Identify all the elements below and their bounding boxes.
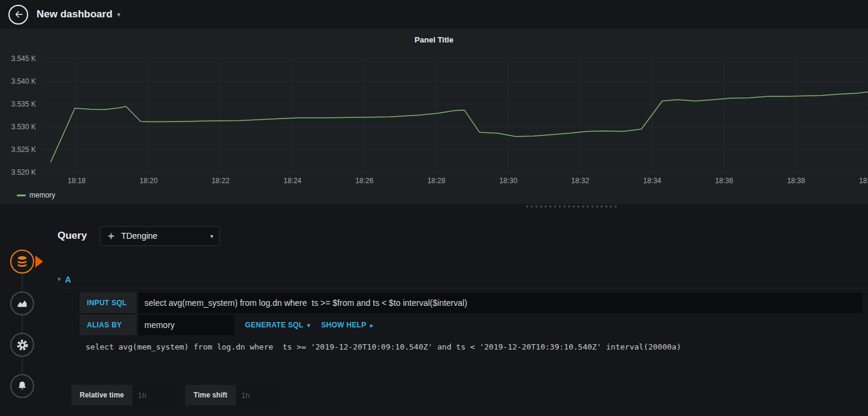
svg-text:3.535 K: 3.535 K: [11, 100, 36, 108]
time-options-row: Relative time Time shift: [71, 385, 289, 405]
svg-text:18:34: 18:34: [643, 177, 661, 185]
alias-by-label: ALIAS BY: [80, 315, 137, 335]
chart-legend: memory: [17, 191, 55, 199]
svg-text:3.525 K: 3.525 K: [11, 145, 36, 154]
query-header: Query TDengine ▾: [58, 226, 220, 246]
time-shift-group: Time shift: [185, 385, 282, 405]
timeseries-chart[interactable]: 3.520 K3.525 K3.530 K3.535 K3.540 K3.545…: [0, 53, 868, 190]
tab-general[interactable]: [10, 333, 34, 357]
chart-area: 3.520 K3.525 K3.530 K3.535 K3.540 K3.545…: [0, 53, 868, 190]
chart-icon: [16, 297, 28, 309]
svg-text:18:40: 18:40: [859, 177, 868, 185]
datasource-caret-icon: ▾: [210, 233, 213, 239]
sidebar-connector-line: [22, 262, 23, 386]
time-shift-input[interactable]: [236, 385, 283, 405]
query-ref-id: A: [65, 275, 71, 284]
relative-time-group: Relative time: [71, 385, 179, 405]
svg-text:18:20: 18:20: [140, 177, 158, 185]
panel-title[interactable]: Panel Title: [0, 35, 868, 44]
svg-text:18:28: 18:28: [427, 177, 445, 185]
collapse-caret-icon[interactable]: ▾: [58, 275, 61, 283]
dashboard-title-caret-icon[interactable]: ▾: [117, 11, 121, 19]
query-section-heading: Query: [58, 230, 87, 242]
svg-text:18:26: 18:26: [355, 177, 373, 185]
svg-text:3.530 K: 3.530 K: [11, 123, 36, 131]
generate-sql-label: GENERATE SQL: [245, 321, 303, 329]
legend-swatch-memory: [17, 195, 26, 196]
query-ref-row[interactable]: ▾ A: [58, 271, 868, 289]
alias-by-field[interactable]: [138, 315, 234, 335]
datasource-name: TDengine: [121, 231, 210, 241]
svg-text:18:38: 18:38: [787, 177, 805, 185]
tab-alert[interactable]: [10, 374, 34, 398]
generated-sql-text: select avg(mem_system) from log.dn where…: [86, 342, 856, 351]
arrow-left-icon: [13, 9, 24, 20]
show-help-label: SHOW HELP: [321, 321, 366, 329]
alias-by-row: ALIAS BY GENERATE SQL ▾ SHOW HELP ▸: [80, 315, 373, 335]
grafana-panel-editor: New dashboard ▾ Panel Title 3.520 K3.525…: [0, 0, 868, 416]
input-sql-field[interactable]: [138, 293, 863, 313]
legend-label-memory[interactable]: memory: [29, 191, 55, 199]
svg-text:3.545 K: 3.545 K: [11, 54, 36, 63]
svg-text:3.520 K: 3.520 K: [11, 168, 36, 177]
svg-text:18:18: 18:18: [68, 177, 86, 185]
relative-time-input[interactable]: [132, 385, 179, 405]
relative-time-label: Relative time: [71, 385, 132, 405]
gear-icon: [16, 339, 29, 351]
resize-handle[interactable]: [526, 205, 617, 208]
active-tab-arrow-icon: [35, 256, 43, 268]
back-button[interactable]: [8, 5, 28, 25]
dashboard-title[interactable]: New dashboard: [37, 8, 113, 20]
caret-down-icon: ▾: [307, 322, 310, 329]
tab-queries[interactable]: [10, 250, 34, 274]
svg-text:18:36: 18:36: [715, 177, 733, 185]
input-sql-label: INPUT SQL: [80, 293, 137, 313]
svg-text:18:32: 18:32: [571, 177, 589, 185]
bell-icon: [16, 380, 28, 392]
svg-text:18:22: 18:22: [211, 177, 229, 185]
svg-text:3.540 K: 3.540 K: [11, 77, 36, 86]
time-shift-label: Time shift: [185, 385, 235, 405]
datasource-picker[interactable]: TDengine ▾: [100, 226, 220, 246]
svg-text:18:30: 18:30: [500, 177, 518, 185]
tdengine-logo-icon: [107, 232, 116, 241]
tab-visualization[interactable]: [10, 291, 34, 315]
generate-sql-button[interactable]: GENERATE SQL ▾: [245, 321, 310, 329]
svg-text:18:24: 18:24: [283, 177, 301, 185]
caret-right-icon: ▸: [370, 322, 373, 329]
database-icon: [16, 255, 29, 268]
chart-panel: Panel Title 3.520 K3.525 K3.530 K3.535 K…: [0, 29, 868, 204]
input-sql-row: INPUT SQL: [80, 293, 863, 313]
topbar: New dashboard ▾: [0, 0, 868, 29]
show-help-button[interactable]: SHOW HELP ▸: [321, 321, 373, 329]
